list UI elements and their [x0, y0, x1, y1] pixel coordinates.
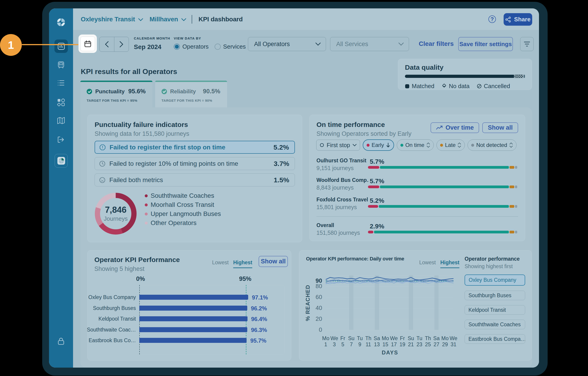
bar-segment: [368, 231, 373, 233]
bar-segment: [515, 231, 517, 233]
tab-target: TARGET FOR THIS KPI = 95%: [87, 99, 146, 102]
show-all-button[interactable]: Show all: [482, 122, 518, 133]
share-button[interactable]: Share: [504, 13, 532, 26]
kpi-bar-row: Eastbrook Bus Co…95.7%: [88, 338, 291, 343]
filter-settings-button[interactable]: [520, 37, 534, 51]
chevron-down-icon: [181, 18, 186, 21]
operators-select-value: All Operators: [254, 41, 290, 48]
show-all-button[interactable]: Show all: [259, 256, 288, 267]
operator-button[interactable]: Oxley Bus Company: [465, 275, 525, 286]
donut-center: 7,846 Journeys: [100, 198, 131, 229]
kpi-bar-row: Souththwaite Coac…96.3%: [88, 327, 291, 332]
chip-on-time[interactable]: On time: [397, 139, 434, 151]
y-tick-label: 20: [306, 315, 322, 322]
failure-row-label: Failed both metrics: [109, 177, 163, 184]
services-select[interactable]: All Services: [330, 37, 409, 51]
operator-button[interactable]: Souththwaite Coaches: [465, 320, 525, 329]
axis-0-label: 0%: [136, 276, 145, 282]
save-filter-settings-button[interactable]: Save filter settings: [458, 37, 513, 51]
over-time-label: Over time: [446, 124, 474, 131]
failure-row-value: 3.7%: [274, 160, 289, 167]
chip-dot-icon: [471, 144, 474, 147]
failure-row[interactable]: Failed both metrics1.5%: [94, 174, 295, 186]
show-all-label: Show all: [488, 124, 513, 131]
operator-journeys: 151,580 journeys: [316, 230, 360, 236]
tab-punctuality[interactable]: Punctuality 95.6% TARGET FOR THIS KPI = …: [80, 81, 152, 107]
kpi-bar-row: Southburgh Buses96.2%: [88, 306, 291, 311]
services-select-value: All Services: [336, 41, 368, 48]
help-button[interactable]: ?: [488, 15, 496, 23]
bar-segment: [510, 205, 514, 208]
chevron-down-icon: [353, 144, 357, 147]
lowest-toggle[interactable]: Lowest: [212, 260, 229, 266]
chip-dot-icon: [440, 144, 443, 147]
radio-label: Operators: [182, 43, 209, 50]
operators-select[interactable]: All Operators: [248, 37, 326, 51]
chip-not-detected[interactable]: Not detected: [468, 139, 516, 151]
breadcrumb-region[interactable]: Millhaven: [149, 16, 178, 23]
gridline: [326, 330, 453, 330]
sort-both-icon: [458, 142, 461, 148]
view-data-by-radios: OperatorsServices: [174, 43, 246, 50]
tab-reliability[interactable]: Reliability 90.5% TARGET FOR THIS KPI = …: [155, 81, 227, 107]
bar: [139, 295, 248, 300]
calendar-button[interactable]: [80, 37, 95, 51]
bar: [139, 316, 248, 321]
clear-filters-button[interactable]: Clear filters: [419, 40, 454, 47]
bar-segment: [380, 186, 509, 188]
list-icon[interactable]: [57, 79, 65, 87]
breadcrumb: Oxleyshire Transit Millhaven KPI dashboa…: [81, 14, 243, 25]
radio-services[interactable]: Services: [215, 43, 246, 50]
bar-label: Eastbrook Bus Co…: [61, 337, 136, 343]
breadcrumb-org[interactable]: Oxleyshire Transit: [81, 16, 135, 23]
dq-matched-segment: [405, 75, 514, 78]
dq-no-data-segment: [514, 75, 523, 78]
data-quality-card: Data quality MatchedNo dataCancelled: [398, 59, 532, 90]
donut-legend-item: Moorhall Cross Transit: [145, 200, 221, 209]
operator-journeys: 8,843 journeys: [316, 184, 354, 191]
over-time-button[interactable]: Over time: [430, 122, 479, 133]
stacked-bar: [368, 231, 518, 233]
trend-line-icon: [436, 126, 443, 130]
on-time-row: Foxfold Cross Travel15,801 journeys5.2%: [316, 197, 518, 216]
categories-icon[interactable]: [57, 98, 65, 107]
x-tick-num: 31: [447, 342, 460, 348]
bar-value: 96.2%: [251, 305, 267, 312]
bar-segment: [510, 166, 514, 169]
operator-button[interactable]: Eastbrook Bus Compa…: [465, 334, 525, 344]
highest-toggle[interactable]: Highest: [440, 260, 459, 268]
operator-button[interactable]: Keldpool Transit: [465, 305, 525, 315]
on-time-row: Woolford Bus Comp…8,843 journeys5.7%: [316, 177, 518, 197]
x-tick-day: We: [447, 335, 460, 342]
first-stop-select[interactable]: First stop: [316, 140, 360, 151]
on-time-actions: Over time Show all: [430, 122, 518, 133]
tab-name: Punctuality: [95, 88, 125, 95]
operator-journeys: 9,151 journeys: [316, 165, 354, 171]
radio-operators[interactable]: Operators: [174, 43, 209, 50]
sidebar-item-dashboard-active[interactable]: [54, 40, 68, 53]
chip-early[interactable]: Early: [363, 139, 394, 151]
logout-icon[interactable]: [57, 135, 65, 144]
chip-label: Not detected: [476, 142, 507, 148]
highest-toggle[interactable]: Highest: [233, 260, 252, 268]
failure-row[interactable]: Failed to register 10% of timing points …: [94, 157, 295, 170]
map-icon[interactable]: [57, 116, 65, 125]
filter-icon: [524, 41, 530, 47]
data-quality-legend: MatchedNo dataCancelled: [405, 83, 525, 90]
next-month-button[interactable]: [114, 37, 129, 52]
app-window: Oxleyshire Transit Millhaven KPI dashboa…: [49, 8, 539, 368]
operator-name: Oulhurst GO Transit: [316, 158, 366, 164]
sidebar-app-button[interactable]: [55, 154, 68, 167]
frown-icon: [99, 177, 105, 183]
failure-row[interactable]: Failed to register the first stop on tim…: [94, 141, 295, 154]
lowest-toggle[interactable]: Lowest: [419, 260, 436, 266]
chip-late[interactable]: Late: [436, 139, 465, 151]
share-label: Share: [514, 16, 530, 23]
cancelled-legend-icon: [477, 84, 482, 88]
bus-icon[interactable]: [57, 61, 65, 69]
donut-legend-label: Moorhall Cross Transit: [151, 201, 214, 209]
operator-button[interactable]: Southburgh Buses: [465, 291, 525, 300]
calendar-highlight: [78, 34, 97, 53]
prev-month-button[interactable]: [100, 37, 114, 52]
kpi-heading: KPI results for all Operators: [81, 67, 177, 76]
